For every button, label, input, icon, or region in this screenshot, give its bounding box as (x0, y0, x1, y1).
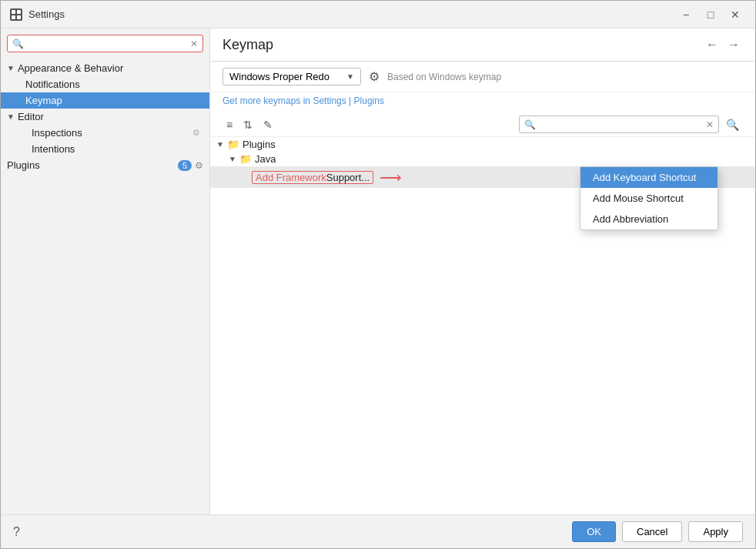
context-menu-item-add-mouse-shortcut[interactable]: Add Mouse Shortcut (580, 188, 718, 209)
find-button[interactable]: 🔍 (722, 116, 743, 133)
window-title: Settings (28, 8, 675, 20)
close-button[interactable]: ✕ (724, 6, 746, 23)
keymap-bar: Windows Proper Redo ▼ ⚙ Based on Windows… (210, 62, 755, 92)
svg-rect-1 (17, 10, 21, 14)
folder-icon: 📁 (239, 153, 252, 165)
context-menu: Add Keyboard Shortcut Add Mouse Shortcut… (580, 166, 718, 230)
nav-arrows: ← → (703, 36, 743, 53)
footer: ? OK Cancel Apply (1, 514, 755, 548)
highlight-prefix: Add Framework (256, 172, 326, 183)
sidebar-item-label: Inspections (32, 127, 192, 139)
tree-item-java[interactable]: ▼ 📁 Java (210, 152, 755, 166)
context-menu-item-add-keyboard-shortcut[interactable]: Add Keyboard Shortcut (580, 167, 718, 188)
sidebar-item-editor[interactable]: ▼ Editor (1, 109, 209, 125)
search-icon: 🔍 (12, 38, 24, 49)
based-on-text: Based on Windows keymap (387, 72, 501, 82)
main-content: 🔍 add framework ✕ ▼ Appearance & Behavio… (1, 28, 755, 514)
folder-icon: 📁 (227, 139, 239, 150)
settings-window: Settings − □ ✕ 🔍 add framework ✕ ▼ Appea… (0, 0, 756, 549)
sidebar-item-label: Plugins (7, 159, 178, 171)
search-clear-icon[interactable]: ✕ (706, 119, 714, 130)
toolbar-search-input[interactable]: add framework (539, 119, 706, 130)
expand-arrow-icon: ▼ (7, 112, 15, 121)
svg-rect-3 (17, 15, 21, 19)
edit-button[interactable]: ✎ (259, 116, 276, 133)
main-panel: Keymap ← → Windows Proper Redo ▼ ⚙ Based… (210, 28, 755, 514)
svg-rect-0 (12, 10, 15, 14)
tree-item-label: Java (255, 153, 276, 165)
svg-rect-2 (12, 15, 15, 19)
apply-button[interactable]: Apply (688, 521, 743, 542)
forward-button[interactable]: → (724, 36, 743, 53)
tree-item-add-framework[interactable]: Add Framework Support... ⟶ Add Keyboard … (210, 166, 755, 188)
sidebar-item-intentions[interactable]: Intentions (1, 141, 209, 157)
titlebar: Settings − □ ✕ (1, 1, 755, 28)
context-menu-arrow-icon: ⟶ (380, 168, 402, 186)
search-clear-icon[interactable]: ✕ (190, 38, 198, 49)
sidebar-search-box[interactable]: 🔍 add framework ✕ (7, 35, 203, 52)
sidebar-search-input[interactable]: add framework (27, 38, 190, 49)
dropdown-arrow-icon: ▼ (346, 72, 354, 81)
sort-button[interactable]: ⇅ (239, 116, 256, 133)
tree-item-plugins[interactable]: ▼ 📁 Plugins (210, 137, 755, 152)
context-menu-item-add-abbreviation[interactable]: Add Abbreviation (580, 209, 718, 229)
highlight-suffix: Support... (326, 172, 370, 183)
expand-arrow-icon: ▼ (229, 155, 238, 163)
keymap-toolbar: ≡ ⇅ ✎ 🔍 add framework ✕ 🔍 (210, 112, 755, 137)
sidebar-item-notifications[interactable]: Notifications (1, 76, 209, 92)
sidebar: 🔍 add framework ✕ ▼ Appearance & Behavio… (1, 28, 210, 514)
cancel-button[interactable]: Cancel (622, 521, 682, 542)
keymap-name: Windows Proper Redo (229, 71, 343, 82)
settings-icon[interactable]: ⚙ (192, 128, 200, 138)
sidebar-item-inspections[interactable]: Inspections ⚙ (1, 125, 209, 141)
sidebar-item-label: Notifications (25, 79, 80, 90)
tree-panel: ▼ 📁 Plugins ▼ 📁 Java Add Framework Suppo… (210, 137, 755, 514)
tree-item-label: Add Framework Support... (252, 171, 373, 184)
maximize-button[interactable]: □ (700, 6, 721, 23)
sidebar-item-appearance-behavior[interactable]: ▼ Appearance & Behavior (1, 60, 209, 76)
expand-arrow-icon: ▼ (216, 140, 226, 149)
sidebar-item-plugins[interactable]: Plugins 5 ⚙ (1, 157, 209, 173)
sidebar-item-label: Keymap (25, 95, 62, 106)
filter-button[interactable]: ≡ (222, 116, 236, 133)
app-icon (10, 8, 22, 21)
keymap-links: Get more keymaps in Settings | Plugins (210, 92, 755, 112)
highlighted-label: Add Framework Support... (252, 171, 373, 184)
search-icon: 🔍 (524, 119, 536, 130)
window-controls: − □ ✕ (675, 6, 746, 23)
sidebar-item-keymap[interactable]: Keymap (1, 92, 209, 109)
back-button[interactable]: ← (703, 36, 721, 53)
settings-icon[interactable]: ⚙ (195, 160, 203, 171)
keymap-gear-button[interactable]: ⚙ (367, 68, 381, 85)
expand-arrow-icon: ▼ (7, 64, 15, 72)
help-icon[interactable]: ? (13, 525, 20, 539)
keymap-dropdown[interactable]: Windows Proper Redo ▼ (222, 68, 361, 85)
ok-button[interactable]: OK (572, 521, 616, 542)
plugins-badge: 5 (178, 160, 192, 171)
get-more-keymaps-link[interactable]: Get more keymaps in Settings (222, 95, 346, 106)
plugins-link[interactable]: Plugins (354, 95, 384, 106)
panel-header: Keymap ← → (210, 28, 755, 62)
sidebar-group-label: Appearance & Behavior (18, 62, 123, 74)
toolbar-search-box[interactable]: 🔍 add framework ✕ (519, 115, 719, 133)
panel-title: Keymap (222, 37, 703, 53)
minimize-button[interactable]: − (675, 6, 697, 23)
sidebar-item-label: Intentions (32, 143, 75, 155)
sidebar-tree: ▼ Appearance & Behavior Notifications Ke… (1, 59, 209, 514)
tree-item-label: Plugins (243, 139, 276, 150)
sidebar-group-label: Editor (18, 111, 44, 122)
